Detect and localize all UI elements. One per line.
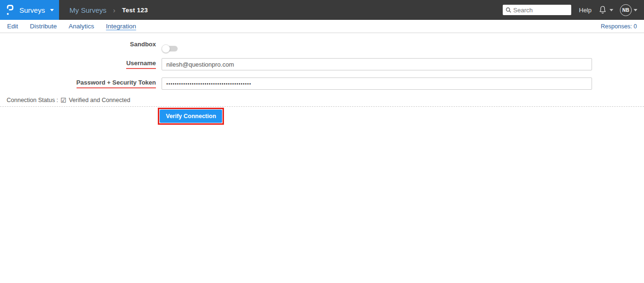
toggle-knob: [162, 44, 170, 53]
connection-status-value: Verified and Connected: [69, 97, 130, 103]
questionpro-logo-icon: [6, 4, 14, 16]
product-menu-surveys[interactable]: Surveys: [0, 0, 59, 20]
sandbox-row: Sandbox: [0, 41, 644, 48]
help-link[interactable]: Help: [579, 7, 592, 14]
chevron-down-icon: [634, 9, 637, 11]
annotation-highlight-box: Verify Connection: [158, 108, 224, 125]
avatar: NB: [620, 4, 632, 16]
username-label: Username: [126, 60, 156, 69]
sandbox-label: Sandbox: [0, 41, 156, 48]
breadcrumb-current-survey: Test 123: [122, 7, 148, 14]
chevron-down-icon: [610, 9, 613, 11]
notifications-menu[interactable]: [598, 5, 613, 15]
integration-settings-panel: Sandbox Username Password + Security Tok…: [0, 41, 644, 125]
dashed-divider: [0, 106, 644, 107]
password-row: Password + Security Token: [0, 77, 644, 90]
tab-edit[interactable]: Edit: [7, 23, 18, 30]
product-menu-label: Surveys: [19, 6, 45, 14]
username-input[interactable]: [162, 58, 592, 70]
password-input[interactable]: [162, 77, 592, 90]
search-icon: [506, 7, 511, 13]
survey-tab-bar: Edit Distribute Analytics Integration Re…: [0, 20, 644, 33]
tab-distribute[interactable]: Distribute: [30, 23, 57, 30]
bell-icon: [598, 5, 607, 15]
password-security-token-label: Password + Security Token: [77, 79, 156, 88]
tab-integration[interactable]: Integration: [106, 23, 136, 30]
responses-count[interactable]: Responses: 0: [601, 23, 637, 30]
search-input[interactable]: [513, 7, 568, 14]
username-row: Username: [0, 58, 644, 70]
connection-status-label: Connection Status :: [7, 97, 58, 103]
breadcrumb-separator-icon: ›: [113, 7, 115, 14]
breadcrumb-my-surveys[interactable]: My Surveys: [69, 6, 106, 14]
topbar-right-actions: Help NB: [503, 4, 644, 16]
checked-checkbox-icon: ☑: [60, 97, 67, 103]
user-account-menu[interactable]: NB: [620, 4, 637, 16]
chevron-down-icon: [50, 9, 54, 11]
search-box[interactable]: [503, 5, 571, 15]
verify-connection-button[interactable]: Verify Connection: [160, 110, 222, 123]
connection-status-row: Connection Status : ☑ Verified and Conne…: [0, 97, 644, 103]
top-navigation-bar: Surveys My Surveys › Test 123 Help: [0, 0, 644, 20]
breadcrumb: My Surveys › Test 123: [69, 6, 148, 14]
tab-analytics[interactable]: Analytics: [69, 23, 94, 30]
